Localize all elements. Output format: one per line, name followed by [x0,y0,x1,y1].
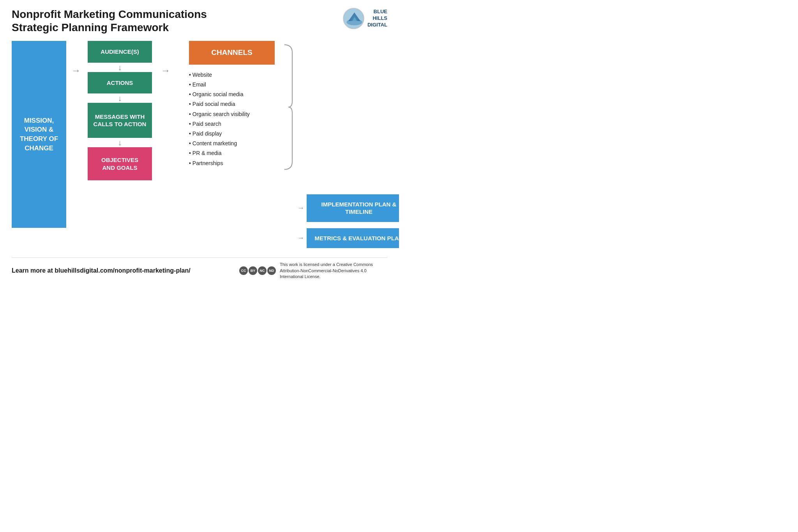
channel-item: Website [189,70,282,80]
mission-box: MISSION, VISION & THEORY OF CHANGE [12,41,66,228]
arrow-mission-to-audience: → [66,41,86,251]
cc-icons: CCBYNCND [239,266,276,275]
diagram: MISSION, VISION & THEORY OF CHANGE → AUD… [12,41,387,251]
metrics-box: METRICS & EVALUATION PLAN [307,228,399,248]
footer-license: CCBYNCND This work is licensed under a C… [239,262,387,280]
channel-item: PR & media [189,148,282,158]
actions-box: ACTIONS [88,72,152,94]
cc-icon-cc: CC [239,266,248,275]
header: Nonprofit Marketing Communications Strat… [12,8,387,34]
channel-item: Content marketing [189,139,282,148]
footer: Learn more at bluehillsdigital.com/nonpr… [12,257,387,280]
audience-box: AUDIENCE(S) [88,41,152,63]
flow-column: AUDIENCE(S) ↓ ACTIONS ↓ MESSAGES WITH CA… [86,41,154,251]
mission-column: MISSION, VISION & THEORY OF CHANGE [12,41,66,251]
channel-item: Paid search [189,119,282,129]
title-line1: Nonprofit Marketing Communications [12,8,207,21]
implementation-box: IMPLEMENTATION PLAN & TIMELINE [307,194,399,222]
logo: BLUE HILLS DIGITAL [343,8,387,29]
metrics-label: METRICS & EVALUATION PLAN [315,235,399,241]
logo-text: BLUE HILLS DIGITAL [367,9,387,28]
channel-item: Paid social media [189,99,282,109]
title-line2: Strategic Planning Framework [12,21,207,34]
channels-label: CHANNELS [211,48,252,56]
main-grid: MISSION, VISION & THEORY OF CHANGE → AUD… [12,41,387,251]
right-arrow-icon: → [71,65,81,76]
channel-item: Organic search visibility [189,109,282,119]
metrics-arrow-row: → METRICS & EVALUATION PLAN [294,228,399,248]
channel-item: Partnerships [189,159,282,168]
down-arrow-2: ↓ [118,94,122,102]
objectives-label: OBJECTIVES AND GOALS [101,156,138,171]
arrow-audience-to-channels: → [154,41,177,251]
brace [282,41,294,251]
cc-icon-by: BY [249,266,257,275]
cc-icon-nc: NC [258,266,267,275]
page-title: Nonprofit Marketing Communications Strat… [12,8,207,34]
impl-section: → IMPLEMENTATION PLAN & TIMELINE → METRI… [294,41,399,251]
messages-box: MESSAGES WITH CALLS TO ACTION [88,103,152,138]
page-container: Nonprofit Marketing Communications Strat… [12,8,387,280]
channels-box: CHANNELS [189,41,275,65]
cc-icon-nd: ND [267,266,276,275]
impl-arrow-row: → IMPLEMENTATION PLAN & TIMELINE [294,194,399,222]
channels-column: CHANNELS WebsiteEmailOrganic social medi… [177,41,282,251]
audience-label: AUDIENCE(S) [101,48,139,55]
obj-to-metrics-arrow: → [297,234,304,242]
messages-label: MESSAGES WITH CALLS TO ACTION [94,113,147,128]
down-arrow-3: ↓ [118,139,122,146]
mission-label: MISSION, VISION & THEORY OF CHANGE [20,116,58,153]
logo-icon [343,8,364,29]
channel-item: Organic social media [189,90,282,99]
license-text: This work is licensed under a Creative C… [280,262,387,280]
channel-item: Email [189,80,282,90]
implementation-column: → IMPLEMENTATION PLAN & TIMELINE → METRI… [294,41,399,251]
footer-link[interactable]: Learn more at bluehillsdigital.com/nonpr… [12,267,191,274]
actions-label: ACTIONS [107,79,133,86]
channel-item: Paid display [189,129,282,139]
brace-svg [282,41,294,173]
implementation-label: IMPLEMENTATION PLAN & TIMELINE [321,201,397,215]
objectives-box: OBJECTIVES AND GOALS [88,147,152,180]
down-arrow-1: ↓ [118,63,122,71]
brace-to-impl-arrow: → [297,204,304,212]
flow-section: AUDIENCE(S) ↓ ACTIONS ↓ MESSAGES WITH CA… [86,41,154,180]
channels-list: WebsiteEmailOrganic social mediaPaid soc… [189,70,282,168]
right-arrow-2-icon: → [161,65,170,76]
